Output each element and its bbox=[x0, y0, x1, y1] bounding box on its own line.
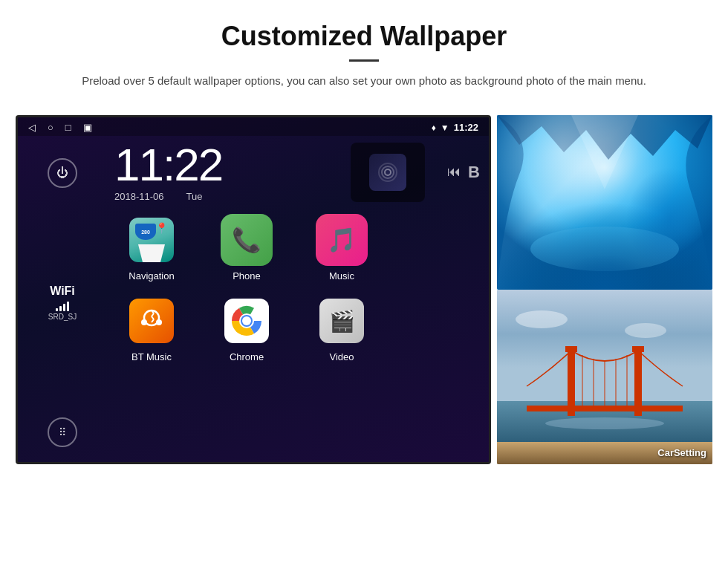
bt-music-icon bbox=[126, 295, 178, 347]
app-bt-music[interactable]: BT Music bbox=[114, 295, 189, 362]
svg-point-29 bbox=[545, 417, 664, 429]
back-icon[interactable]: ◁ bbox=[28, 122, 36, 133]
status-right: ♦ ▼ 11:22 bbox=[432, 122, 478, 133]
svg-point-16 bbox=[625, 323, 666, 338]
wifi-icon: ▼ bbox=[441, 123, 449, 133]
wifi-bar-3 bbox=[63, 304, 65, 311]
page-title: Customized Wallpaper bbox=[45, 21, 683, 52]
left-sidebar: ⏻ WiFi SRD_SJ ⠿ bbox=[18, 143, 107, 462]
svg-rect-27 bbox=[565, 346, 577, 352]
main-content: ◁ ○ □ ▣ ♦ ▼ 11:22 ⏻ WiFi bbox=[0, 102, 728, 464]
svg-point-15 bbox=[516, 310, 568, 328]
media-widget bbox=[351, 143, 425, 202]
power-icon: ⏻ bbox=[56, 166, 68, 180]
phone-label: Phone bbox=[233, 270, 261, 282]
ice-detail-overlay bbox=[497, 115, 712, 290]
app-video[interactable]: 🎬 Video bbox=[305, 295, 379, 362]
wallpaper-thumbnails: CarSetting bbox=[497, 115, 712, 464]
video-label: Video bbox=[329, 351, 354, 362]
nav-shield-num: 280 bbox=[141, 230, 150, 235]
clock-block: 11:22 2018-11-06 Tue bbox=[114, 142, 336, 202]
nav-icons: ◁ ○ □ ▣ bbox=[28, 122, 92, 133]
home-icon[interactable]: ○ bbox=[48, 122, 53, 133]
clock-time: 11:22 bbox=[114, 142, 336, 188]
music-symbol: 🎵 bbox=[327, 226, 357, 254]
clock-date: 2018-11-06 Tue bbox=[114, 191, 336, 202]
page-header: Customized Wallpaper Preload over 5 defa… bbox=[0, 0, 728, 102]
navigation-icon: 280 📍 bbox=[126, 214, 178, 266]
wifi-bar-4 bbox=[67, 302, 69, 311]
recents-icon[interactable]: □ bbox=[65, 122, 71, 133]
video-clapper-icon: 🎬 bbox=[329, 309, 355, 333]
nav-map: 280 📍 bbox=[129, 218, 174, 262]
nav-pin-icon: 📍 bbox=[155, 222, 168, 234]
wifi-block: WiFi SRD_SJ bbox=[48, 284, 77, 321]
wifi-label: WiFi bbox=[48, 284, 77, 298]
app-chrome[interactable]: Chrome bbox=[209, 295, 284, 362]
video-icon: 🎬 bbox=[316, 295, 368, 347]
screen-content: 11:22 2018-11-06 Tue bbox=[105, 136, 489, 362]
device-screen: ◁ ○ □ ▣ ♦ ▼ 11:22 ⏻ WiFi bbox=[16, 115, 491, 464]
clock-day-value: Tue bbox=[186, 191, 203, 202]
signal-rings bbox=[377, 161, 399, 183]
wifi-bar-1 bbox=[56, 308, 58, 311]
svg-line-5 bbox=[152, 316, 154, 319]
chrome-label: Chrome bbox=[230, 351, 264, 362]
music-icon: 🎵 bbox=[316, 214, 368, 266]
ice-cave-visual bbox=[497, 115, 712, 290]
signal-ring-inner bbox=[384, 169, 391, 176]
svg-rect-26 bbox=[527, 406, 683, 411]
media-controls: ⏮ B bbox=[447, 163, 480, 182]
apps-icon: ⠿ bbox=[59, 426, 66, 438]
apps-button[interactable]: ⠿ bbox=[48, 417, 77, 447]
carsetting-label: CarSetting bbox=[657, 447, 706, 458]
bridge-scene-visual: CarSetting bbox=[497, 290, 712, 464]
nav-shield: 280 bbox=[135, 224, 156, 240]
bt-music-label: BT Music bbox=[131, 351, 172, 362]
clock-date-value: 2018-11-06 bbox=[114, 191, 164, 202]
wallpaper-ice-cave[interactable] bbox=[497, 115, 712, 290]
chrome-icon bbox=[221, 295, 273, 347]
video-inner: 🎬 bbox=[319, 299, 364, 343]
power-button[interactable]: ⏻ bbox=[48, 158, 77, 188]
music-label: Music bbox=[329, 270, 354, 282]
media-signal bbox=[369, 154, 406, 191]
bridge-svg bbox=[497, 290, 712, 464]
nav-road bbox=[129, 244, 174, 262]
chrome-inner bbox=[224, 299, 269, 343]
app-music[interactable]: 🎵 Music bbox=[305, 214, 379, 282]
location-icon: ♦ bbox=[432, 123, 436, 133]
bt-icon-inner bbox=[129, 299, 174, 343]
wifi-bars bbox=[48, 301, 77, 311]
status-time: 11:22 bbox=[454, 122, 478, 133]
wifi-bar-2 bbox=[59, 306, 62, 311]
svg-rect-28 bbox=[632, 346, 644, 352]
navigation-label: Navigation bbox=[129, 270, 174, 282]
app-grid: 280 📍 Navigation 📞 Phone bbox=[114, 214, 480, 362]
status-bar: ◁ ○ □ ▣ ♦ ▼ 11:22 bbox=[18, 117, 489, 136]
clock-area: 11:22 2018-11-06 Tue bbox=[114, 142, 480, 202]
svg-point-2 bbox=[156, 319, 162, 325]
prev-track-icon[interactable]: ⏮ bbox=[447, 164, 461, 180]
svg-line-4 bbox=[152, 313, 154, 316]
svg-point-1 bbox=[141, 319, 147, 325]
app-phone[interactable]: 📞 Phone bbox=[209, 214, 284, 282]
chrome-svg bbox=[230, 304, 264, 338]
phone-symbol: 📞 bbox=[232, 226, 261, 254]
wifi-ssid: SRD_SJ bbox=[48, 313, 77, 321]
page-subtitle: Preload over 5 default wallpaper options… bbox=[74, 72, 654, 90]
svg-point-10 bbox=[242, 316, 251, 325]
title-underline bbox=[349, 59, 379, 62]
svg-line-6 bbox=[152, 319, 154, 322]
screenshot-icon[interactable]: ▣ bbox=[83, 122, 92, 133]
media-letter: B bbox=[468, 163, 480, 182]
wallpaper-carsetting[interactable]: CarSetting bbox=[497, 290, 712, 464]
app-navigation[interactable]: 280 📍 Navigation bbox=[114, 214, 189, 282]
phone-icon: 📞 bbox=[221, 214, 273, 266]
bluetooth-headphone-svg bbox=[138, 307, 165, 334]
